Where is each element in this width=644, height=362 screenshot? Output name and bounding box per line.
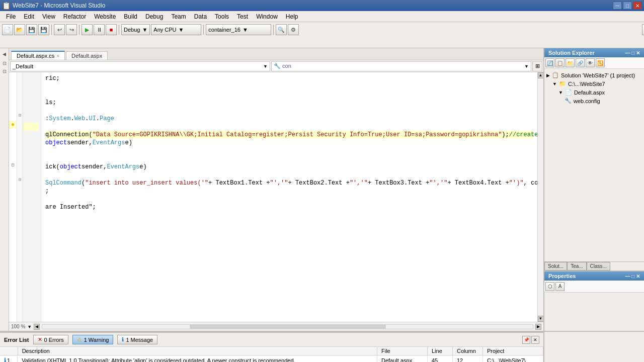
properties-title: Properties [548,273,576,279]
new-project-btn[interactable]: 📄 [2,24,13,35]
sol-preview-btn[interactable]: 👁 [586,58,595,67]
open-btn[interactable]: 📂 [14,24,25,35]
method-dropdown[interactable]: 🔧 con ▼ [271,61,531,71]
maximize-button[interactable]: □ [623,2,632,10]
sol-show-all-btn[interactable]: 📁 [566,58,575,67]
file-icon-aspx: 📄 [565,89,572,96]
r2-btn1[interactable]: 🔙 [642,24,644,35]
menu-view[interactable]: View [38,12,59,21]
save-btn[interactable]: 💾 [26,24,37,35]
start-debug-btn[interactable]: ▶ [82,24,93,35]
error-row-1[interactable]: ℹ 1 Validation (XHTML 1.0 Transitional):… [0,355,543,363]
pause-btn[interactable]: ⏸ [94,24,105,35]
class-dropdown-arrow: ▼ [263,64,268,69]
sol-controls: — □ ✕ [625,50,640,56]
redo-btn[interactable]: ↪ [66,24,77,35]
linenum-13 [23,171,39,179]
minimize-button[interactable]: ─ [613,2,622,10]
debug-mode-dropdown[interactable]: Debug ▼ [121,24,150,35]
col-header-desc[interactable]: Description [18,347,377,355]
scroll-up-btn[interactable]: ▲ [538,72,544,78]
code-editor[interactable]: ● ⊟ ⊟ ⊟ [9,72,543,322]
message-count-label: 1 Message [126,337,153,343]
cpu-mode-dropdown[interactable]: Any CPU ▼ [151,24,201,35]
tab-default-aspx-cs[interactable]: Default.aspx.cs × [11,51,65,60]
sol-toolbar: 🔄 📋 📁 🔗 👁 🔁 [544,57,644,69]
col-header-num [0,347,18,355]
col-header-file[interactable]: File [377,347,428,355]
code-content[interactable]: ric; ls; : System.Web.UI.Page qlConnecti… [41,72,537,322]
sep2 [79,25,79,35]
sol-sync-btn[interactable]: 🔁 [596,58,605,67]
menu-tools[interactable]: Tools [211,12,233,21]
h-scrollbar-thumb[interactable] [190,325,386,329]
warning-count-label: 1 Warning [84,337,109,343]
col-header-line[interactable]: Line [428,347,453,355]
tree-solution[interactable]: ▶ 📋 Solution 'WebSite7' (1 project) [546,71,642,79]
error-list-panel: Error List ✕ 0 Errors ⚠ 1 Warning ℹ 1 Me… [0,332,543,362]
menu-refactor[interactable]: Refactor [59,12,90,21]
sol-refresh-btn[interactable]: 🔄 [545,58,554,67]
menu-window[interactable]: Window [252,12,282,21]
tree-webconfig[interactable]: 🔧 web.config [565,97,642,105]
toolbar-btn-b[interactable]: ⚙ [288,24,299,35]
save-all-btn[interactable]: 💾 [38,24,49,35]
gutter-icon-2: ⊡ [2,61,7,65]
props-alpha-btn[interactable]: A [555,282,565,291]
linenum-11 [23,155,39,163]
indicator-column: ● ⊟ [9,72,17,322]
code-line-3 [45,90,533,99]
menu-file[interactable]: File [2,12,20,21]
scroll-right-btn[interactable]: ▶ [535,324,541,330]
tree-project[interactable]: ▼ 📁 C:\...\WebSite7 [552,79,642,88]
menu-build[interactable]: Build [120,12,141,21]
col-header-col[interactable]: Column [453,347,483,355]
title-bar-controls[interactable]: ─ □ ✕ [613,2,642,10]
code-line-15: ; [45,187,533,195]
sol-props-btn[interactable]: 📋 [555,58,565,67]
error-table-element: Description File Line Column Project ℹ 1… [0,347,543,362]
tab-close-btn[interactable]: × [56,53,59,59]
class-dropdown[interactable]: _Default ▼ [10,61,270,71]
tree-expand-icon-3: ▼ [558,90,563,95]
tab-solution[interactable]: Solut... [544,262,567,270]
menu-test[interactable]: Test [233,12,252,21]
menu-bar: File Edit View Refactor Website Build De… [0,11,644,22]
error-pin-btn[interactable]: 📌 [522,336,530,344]
menu-edit[interactable]: Edit [20,12,38,21]
menu-team[interactable]: Team [167,12,190,21]
tree-default-aspx[interactable]: ▼ 📄 Default.aspx [558,88,642,97]
solution-label: Solution 'WebSite7' (1 project) [561,72,635,78]
scroll-down-btn[interactable]: ▼ [538,316,544,322]
col-header-proj[interactable]: Project [483,347,543,355]
linenum-8 [23,131,39,139]
bottom-area: Error List ✕ 0 Errors ⚠ 1 Warning ℹ 1 Me… [0,331,644,362]
menu-debug[interactable]: Debug [141,12,167,21]
errors-filter-btn[interactable]: ✕ 0 Errors [33,335,68,344]
menu-help[interactable]: Help [282,12,302,21]
editor-scrollbar-v[interactable]: ▲ ▼ [537,72,543,322]
warnings-filter-btn[interactable]: ⚠ 1 Warning [72,335,114,344]
close-button[interactable]: ✕ [633,2,642,10]
code-nav-expand-btn[interactable]: ⊞ [532,61,542,71]
container-dropdown[interactable]: container_16 ▼ [206,24,271,35]
scroll-left-btn[interactable]: ◀ [34,324,40,330]
menu-data[interactable]: Data [190,12,211,21]
messages-filter-btn[interactable]: ℹ 1 Message [117,335,157,344]
tab-class[interactable]: Class... [587,262,610,270]
toolbar-btn-a[interactable]: 🔍 [276,24,287,35]
h-scrollbar-track[interactable] [42,324,533,329]
menu-website[interactable]: Website [90,12,120,21]
props-sort-btn[interactable]: ⬡ [545,282,554,291]
tab-team[interactable]: Tea... [567,262,586,270]
undo-btn[interactable]: ↩ [54,24,65,35]
tab-default-aspx[interactable]: Default.aspx [66,51,108,60]
error-row-1-line: 45 [428,355,453,363]
ind-11 [9,153,17,161]
zoom-dropdown-icon[interactable]: ▼ [27,324,32,329]
collapse-3: ⊟ [17,177,23,185]
code-line-12: ick(object sender, EventArgs e) [45,163,533,171]
sol-nest-btn[interactable]: 🔗 [576,58,585,67]
error-close-btn[interactable]: ✕ [531,336,539,344]
stop-btn[interactable]: ■ [106,24,117,35]
